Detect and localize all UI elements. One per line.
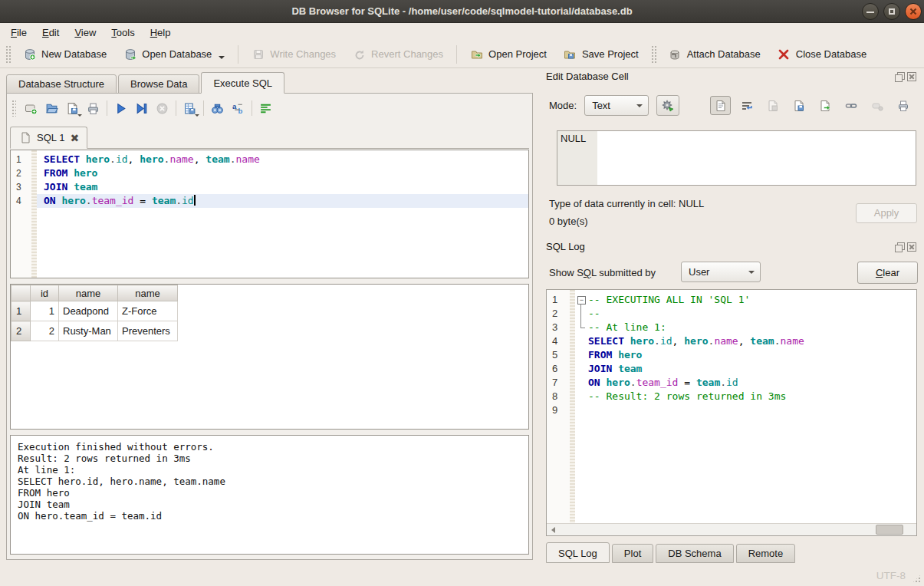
toolbar-separator: [252, 100, 252, 116]
toolbar-handle[interactable]: [12, 100, 16, 117]
dock-tab-remote[interactable]: Remote: [736, 544, 796, 563]
output-line: Result: 2 rows returned in 3ms: [18, 453, 521, 464]
scrollbar-thumb[interactable]: [876, 525, 903, 535]
menu-help[interactable]: Help: [143, 25, 179, 40]
write-changes-button: Write Changes: [243, 43, 344, 66]
dock-tab-plot[interactable]: Plot: [612, 544, 653, 563]
table-cell[interactable]: Deadpond: [59, 301, 118, 321]
menu-file[interactable]: File: [3, 25, 35, 40]
log-horizontal-scrollbar[interactable]: [547, 523, 916, 535]
results-table[interactable]: idnamename11DeadpondZ-Force22Rusty-ManPr…: [11, 285, 178, 341]
toolbar-handle[interactable]: [5, 45, 11, 64]
log-line: ON hero.team_id = team.id: [588, 376, 916, 390]
table-cell[interactable]: 2: [31, 321, 59, 341]
table-cell[interactable]: Rusty-Man: [59, 321, 118, 341]
close-dock-icon[interactable]: [907, 72, 916, 81]
menu-edit[interactable]: Edit: [35, 25, 67, 40]
clear-log-button[interactable]: Clear: [857, 262, 918, 284]
float-dock-icon[interactable]: [895, 72, 904, 81]
table-row[interactable]: 22Rusty-ManPreventers: [12, 321, 178, 341]
apply-settings-button[interactable]: [656, 95, 679, 116]
sql-editor[interactable]: 1234 SELECT hero.id, hero.name, team.nam…: [10, 150, 529, 278]
dock-tab-db-schema[interactable]: DB Schema: [656, 544, 733, 563]
write-changes-icon: [252, 48, 265, 61]
fold-cell: [575, 334, 588, 348]
cell-content-area[interactable]: [597, 131, 916, 185]
log-filter-select[interactable]: User: [681, 262, 761, 282]
export-results-button[interactable]: [179, 98, 200, 118]
new-database-button[interactable]: New Database: [15, 43, 115, 66]
find-replace-button[interactable]: ab: [228, 98, 248, 118]
code-line[interactable]: FROM hero: [37, 166, 528, 180]
text-mode-button[interactable]: [710, 96, 731, 115]
dropdown-caret-icon[interactable]: [219, 56, 225, 59]
new-database-label: New Database: [41, 48, 107, 60]
print-sql-button[interactable]: [83, 98, 104, 118]
log-code-area[interactable]: -- EXECUTING ALL IN 'SQL 1'---- At line …: [588, 290, 916, 535]
close-dock-icon[interactable]: [907, 242, 916, 252]
column-header-id[interactable]: id: [31, 285, 59, 301]
output-line: Execution finished without errors.: [18, 441, 521, 453]
corner-header-cell[interactable]: [12, 285, 31, 301]
log-fold-margin[interactable]: [575, 290, 588, 535]
column-header-name[interactable]: name: [59, 285, 118, 301]
mode-select[interactable]: Text: [584, 95, 649, 116]
save-data-button[interactable]: [788, 96, 809, 115]
export-data-icon: [818, 99, 831, 112]
menu-view[interactable]: View: [67, 25, 104, 40]
row-header[interactable]: 1: [12, 301, 31, 321]
editor-results-splitter[interactable]: [10, 278, 529, 284]
find-replace-icon: ab: [232, 102, 245, 115]
open-database-button[interactable]: Open Database: [115, 43, 233, 66]
results-grid[interactable]: idnamename11DeadpondZ-Force22Rusty-ManPr…: [10, 284, 529, 430]
log-line-numbers: 123456789: [547, 290, 570, 535]
resize-grip[interactable]: [912, 574, 922, 584]
dock-tab-sql-log[interactable]: SQL Log: [546, 542, 610, 563]
line-number: 2: [552, 307, 570, 321]
stop-execution-icon: [156, 102, 169, 115]
word-wrap-button[interactable]: [736, 96, 757, 115]
row-header[interactable]: 2: [12, 321, 31, 341]
code-line[interactable]: ON hero.team_id = team.id: [37, 194, 528, 208]
table-cell[interactable]: Z-Force: [118, 301, 178, 321]
find-button[interactable]: [207, 98, 228, 118]
execute-all-button[interactable]: [110, 98, 131, 118]
table-cell[interactable]: 1: [31, 301, 59, 321]
code-line[interactable]: JOIN team: [37, 180, 528, 194]
code-line[interactable]: SELECT hero.id, hero.name, team.name: [37, 153, 528, 166]
export-results-icon: [183, 102, 196, 115]
tab-execute-sql[interactable]: Execute SQL: [201, 72, 284, 94]
execution-output[interactable]: Execution finished without errors.Result…: [10, 435, 529, 555]
line-number: 7: [552, 376, 570, 390]
column-header-name[interactable]: name: [118, 285, 178, 301]
revert-changes-button: Revert Changes: [344, 43, 452, 66]
fold-marker[interactable]: [575, 293, 588, 307]
float-dock-icon[interactable]: [895, 242, 904, 252]
open-sql-file-button[interactable]: [41, 98, 62, 118]
log-marker-strip: [570, 290, 575, 535]
export-data-button[interactable]: [814, 96, 835, 115]
line-number: 4: [16, 194, 31, 208]
svg-text:b: b: [238, 107, 243, 115]
results-output-splitter[interactable]: [10, 430, 529, 435]
tab-database-structure[interactable]: Database Structure: [6, 74, 117, 94]
sql-editor-tab[interactable]: SQL 1 ✖: [10, 127, 87, 149]
scroll-left-arrow[interactable]: [547, 524, 559, 535]
cell-content-editor[interactable]: NULL: [557, 130, 916, 186]
dropdown-caret-icon[interactable]: [77, 114, 82, 117]
sql-log-view[interactable]: 123456789 -- EXECUTING ALL IN 'SQL 1'---…: [546, 289, 917, 536]
dropdown-caret-icon[interactable]: [195, 114, 199, 117]
close-tab-icon[interactable]: ✖: [70, 133, 79, 143]
menu-tools[interactable]: Tools: [104, 25, 142, 40]
print-cell-button[interactable]: [893, 96, 913, 115]
editor-code-area[interactable]: SELECT hero.id, hero.name, team.nameFROM…: [37, 150, 528, 278]
table-cell[interactable]: Preventers: [118, 321, 178, 341]
format-sql-button[interactable]: [255, 98, 276, 118]
execute-line-button[interactable]: [131, 98, 152, 118]
new-sql-tab-button[interactable]: [21, 98, 41, 118]
link-data-button[interactable]: [840, 96, 861, 115]
tab-browse-data[interactable]: Browse Data: [118, 74, 199, 94]
table-row[interactable]: 11DeadpondZ-Force: [12, 301, 178, 321]
import-data-button: [762, 96, 783, 115]
save-sql-file-button[interactable]: [62, 98, 83, 118]
